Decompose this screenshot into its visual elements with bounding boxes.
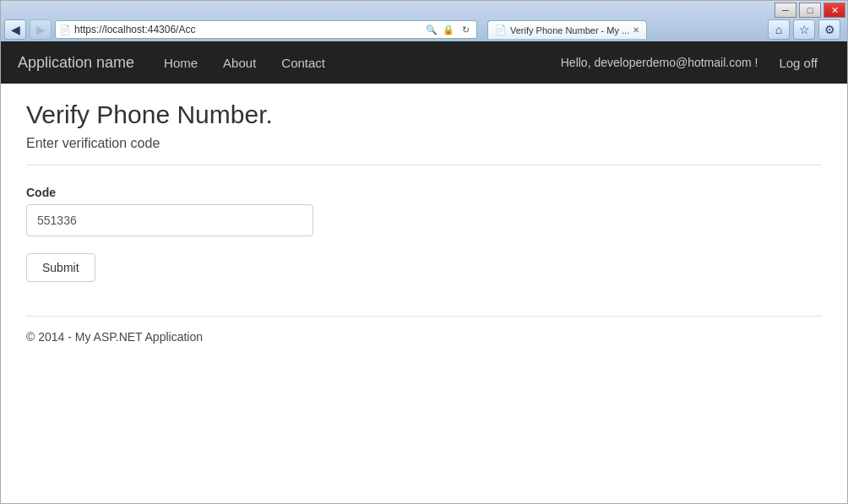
home-toolbar-button[interactable]: ⌂ [768,19,790,40]
tab-icon: 📄 [495,24,507,35]
nav-right: Hello, developerdemo@hotmail.com ! Log o… [552,43,830,83]
favorites-button[interactable]: ☆ [793,19,815,40]
tab-close-button[interactable]: ✕ [633,25,639,35]
submit-button[interactable]: Submit [26,253,95,282]
minimize-button[interactable]: ─ [775,3,796,18]
browser-window: ─ □ ✕ ◀ ▶ 📄 https://localhost:44306/Acc … [0,0,848,504]
main-content: Verify Phone Number. Enter verification … [1,84,847,503]
address-bar[interactable]: 📄 https://localhost:44306/Acc 🔍 🔒 ↻ [55,20,477,39]
back-icon: ◀ [11,23,20,36]
back-button[interactable]: ◀ [4,19,26,40]
browser-chrome: ─ □ ✕ ◀ ▶ 📄 https://localhost:44306/Acc … [1,1,847,41]
address-lock-button[interactable]: 🔒 [441,22,456,37]
address-actions: 🔍 🔒 ↻ [424,22,473,37]
verify-form: Code Submit [26,186,822,282]
nav-home[interactable]: Home [151,43,210,83]
page-subtitle: Enter verification code [26,136,822,151]
app-navbar: Application name Home About Contact Hell… [1,41,847,84]
nav-about[interactable]: About [210,43,269,83]
code-input[interactable] [26,204,313,236]
code-label: Code [26,186,822,199]
address-refresh-button[interactable]: ↻ [458,22,473,37]
nav-logoff-link[interactable]: Log off [766,43,830,83]
nav-brand[interactable]: Application name [18,54,134,72]
address-search-button[interactable]: 🔍 [424,22,439,37]
footer-text: © 2014 - My ASP.NET Application [26,330,203,344]
url-text: https://localhost:44306/Acc [74,24,421,35]
code-form-group: Code [26,186,822,236]
window-controls-row: ─ □ ✕ [1,1,847,18]
browser-toolbar-right: ⌂ ☆ ⚙ [768,19,844,40]
page-icon: 📄 [59,24,71,35]
settings-button[interactable]: ⚙ [818,19,840,40]
active-tab[interactable]: 📄 Verify Phone Number - My ... ✕ [487,20,647,39]
browser-nav-row: ◀ ▶ 📄 https://localhost:44306/Acc 🔍 🔒 ↻ … [1,18,847,41]
star-icon: ☆ [799,23,810,36]
close-button[interactable]: ✕ [824,3,845,18]
content-divider [26,165,822,165]
nav-contact[interactable]: Contact [269,43,338,83]
gear-icon: ⚙ [824,23,835,36]
tab-title: Verify Phone Number - My ... [510,25,629,35]
tab-bar: 📄 Verify Phone Number - My ... ✕ [487,20,647,39]
nav-user-greeting: Hello, developerdemo@hotmail.com ! [552,43,767,82]
maximize-button[interactable]: □ [799,3,821,18]
forward-icon: ▶ [36,23,46,36]
page-footer: © 2014 - My ASP.NET Application [26,316,822,344]
submit-form-group: Submit [26,253,822,282]
forward-button[interactable]: ▶ [30,19,52,40]
page-title: Verify Phone Number. [26,100,822,129]
home-icon: ⌂ [775,23,782,36]
